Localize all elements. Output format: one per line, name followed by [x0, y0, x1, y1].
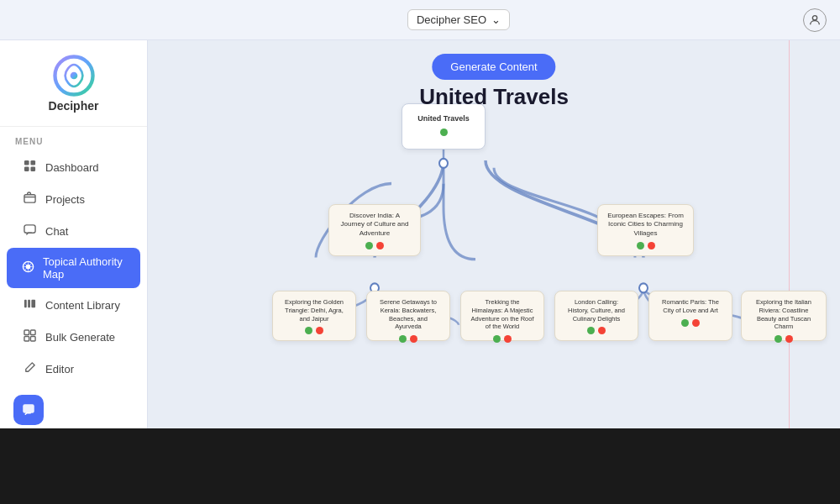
- dashboard-label: Dashboard: [45, 161, 99, 174]
- menu-label: MENU: [0, 134, 147, 151]
- svg-rect-12: [28, 300, 30, 307]
- dot-red: [504, 335, 512, 343]
- bulk-generate-label: Bulk Generate: [45, 331, 115, 344]
- dot-green: [365, 242, 373, 249]
- topbar: Decipher SEO ⌄: [0, 0, 840, 40]
- himalayas-dots: [470, 335, 535, 343]
- topical-authority-icon: [22, 260, 34, 276]
- kerala-label: Serene Getaways to Kerala: Backwaters, B…: [375, 298, 441, 331]
- chat-icon: [22, 223, 37, 239]
- level1-node-india[interactable]: Discover India: A Journey of Culture and…: [328, 204, 421, 256]
- dot-green: [493, 335, 501, 343]
- user-avatar[interactable]: [803, 8, 827, 32]
- content-library-icon: [22, 297, 37, 312]
- dot-red: [376, 242, 384, 249]
- root-node-dots: [411, 129, 476, 136]
- dot-green: [681, 319, 689, 327]
- svg-rect-11: [24, 300, 26, 307]
- workspace-label: Decipher SEO: [417, 13, 486, 26]
- dot-red: [648, 242, 655, 249]
- topical-authority-label: Topical Authority Map: [43, 255, 125, 281]
- projects-label: Projects: [45, 193, 85, 206]
- level1-node-europe[interactable]: European Escapes: From Iconic Cities to …: [597, 204, 694, 256]
- generate-content-button[interactable]: Generate Content: [432, 54, 555, 80]
- sidebar-item-projects[interactable]: Projects: [7, 184, 140, 214]
- workspace-selector[interactable]: Decipher SEO ⌄: [407, 9, 510, 30]
- sidebar-item-bulk-generate[interactable]: Bulk Generate: [7, 322, 140, 352]
- london-dots: [564, 327, 629, 334]
- golden-triangle-label: Exploring the Golden Triangle: Delhi, Ag…: [281, 298, 347, 323]
- dashboard-icon: [22, 160, 37, 175]
- decipher-logo-icon: [52, 54, 96, 97]
- dot-red: [316, 327, 323, 334]
- svg-point-2: [70, 72, 77, 80]
- editor-label: Editor: [45, 363, 74, 375]
- svg-rect-3: [24, 160, 29, 165]
- svg-rect-8: [24, 225, 34, 233]
- root-node[interactable]: United Travels: [402, 103, 486, 150]
- sidebar-item-chat[interactable]: Chat: [7, 216, 140, 246]
- india-node-label: Discover India: A Journey of Culture and…: [338, 212, 412, 238]
- level2-node-paris[interactable]: Romantic Paris: The City of Love and Art: [648, 291, 732, 341]
- italian-riviera-dots: [750, 335, 817, 343]
- sidebar-item-topical-authority-map[interactable]: Topical Authority Map: [7, 248, 140, 288]
- dot-green: [440, 129, 448, 136]
- kerala-dots: [375, 335, 441, 343]
- sidebar-bottom: [0, 385, 147, 428]
- dot-red: [598, 327, 606, 334]
- chevron-icon: ⌄: [491, 13, 501, 26]
- content-library-label: Content Library: [45, 299, 120, 312]
- himalayas-label: Trekking the Himalayas: A Majestic Adven…: [470, 298, 535, 331]
- svg-rect-13: [31, 300, 35, 307]
- paris-label: Romantic Paris: The City of Love and Art: [658, 298, 723, 315]
- dot-red: [692, 319, 700, 327]
- sidebar-item-dashboard[interactable]: Dashboard: [7, 152, 140, 182]
- chat-label: Chat: [45, 225, 68, 238]
- level2-node-london[interactable]: London Calling: History, Culture, and Cu…: [554, 291, 638, 341]
- svg-rect-4: [30, 160, 35, 165]
- bottom-bar: [0, 428, 840, 504]
- svg-rect-6: [30, 166, 35, 171]
- india-node-dots: [338, 242, 412, 249]
- paris-dots: [658, 319, 723, 327]
- svg-rect-5: [24, 166, 29, 171]
- dot-green: [399, 335, 407, 343]
- page-title: United Travels: [419, 84, 569, 110]
- svg-rect-18: [23, 404, 34, 413]
- projects-icon: [22, 192, 37, 207]
- golden-triangle-dots: [281, 327, 347, 334]
- workspace-dropdown[interactable]: Decipher SEO ⌄: [407, 9, 510, 30]
- svg-point-0: [812, 15, 816, 19]
- content-area: Generate Content United Travels: [148, 40, 840, 428]
- dot-green: [637, 242, 644, 249]
- sidebar-item-content-library[interactable]: Content Library: [7, 290, 140, 320]
- dot-green: [587, 327, 595, 334]
- sidebar-logo-text: Decipher: [49, 99, 99, 113]
- editor-icon: [22, 361, 37, 376]
- sidebar: Decipher MENU Dashboard: [0, 40, 148, 428]
- svg-rect-15: [30, 330, 35, 335]
- dot-red: [410, 335, 417, 343]
- london-label: London Calling: History, Culture, and Cu…: [564, 298, 629, 323]
- svg-point-22: [639, 283, 648, 292]
- svg-rect-14: [24, 330, 29, 335]
- level2-node-kerala[interactable]: Serene Getaways to Kerala: Backwaters, B…: [366, 291, 450, 341]
- dot-red: [785, 335, 793, 343]
- main-layout: Decipher MENU Dashboard: [0, 40, 840, 428]
- svg-rect-7: [24, 195, 34, 202]
- svg-rect-16: [24, 336, 29, 341]
- level2-node-golden-triangle[interactable]: Exploring the Golden Triangle: Delhi, Ag…: [272, 291, 356, 341]
- svg-rect-17: [30, 336, 35, 341]
- root-node-label: United Travels: [411, 114, 476, 124]
- chat-bubble-button[interactable]: [13, 395, 44, 425]
- svg-point-20: [439, 159, 448, 168]
- bulk-generate-icon: [22, 329, 37, 344]
- europe-node-dots: [606, 242, 685, 249]
- italian-riviera-label: Exploring the Italian Riviera: Coastline…: [750, 298, 817, 331]
- level2-node-himalayas[interactable]: Trekking the Himalayas: A Majestic Adven…: [460, 291, 544, 341]
- sidebar-logo: Decipher: [0, 54, 147, 127]
- europe-node-label: European Escapes: From Iconic Cities to …: [606, 212, 685, 238]
- level2-node-italian-riviera[interactable]: Exploring the Italian Riviera: Coastline…: [741, 291, 827, 341]
- dot-green: [305, 327, 312, 334]
- sidebar-item-editor[interactable]: Editor: [7, 354, 140, 384]
